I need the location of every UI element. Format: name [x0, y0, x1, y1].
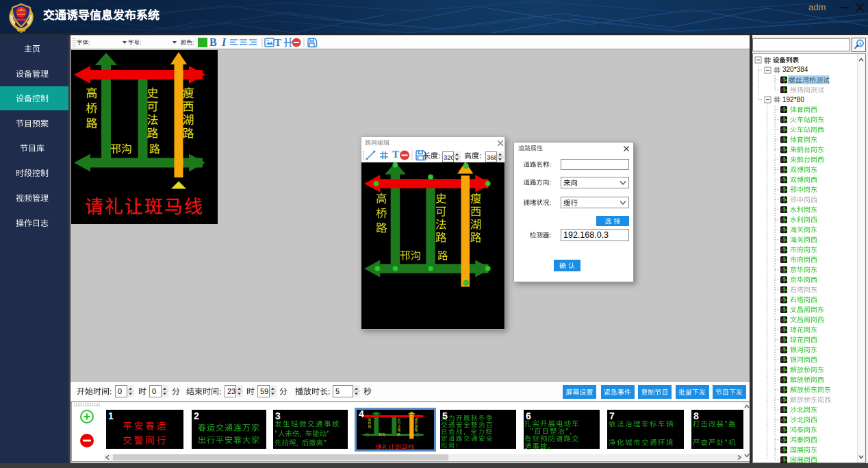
svg-text:3: 3 — [859, 41, 862, 46]
